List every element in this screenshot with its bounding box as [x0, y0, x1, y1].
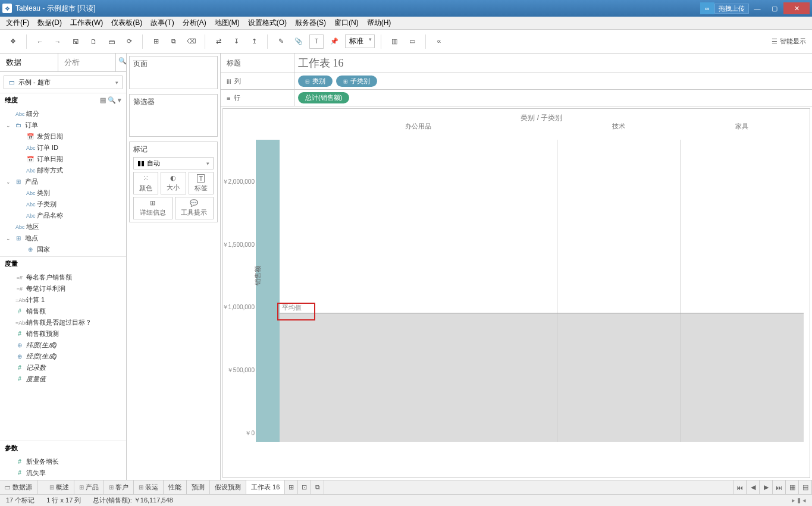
menu-file[interactable]: 文件(F) — [6, 18, 29, 28]
meas-4[interactable]: =Abc销售额是否超过目标？ — [0, 317, 126, 328]
search-icon[interactable]: 🔍 — [115, 54, 126, 71]
mark-type-dropdown[interactable]: ▮▮自动 — [133, 157, 214, 169]
share-icon[interactable]: ∝ — [432, 34, 446, 49]
menu-story[interactable]: 故事(T) — [151, 18, 174, 28]
tooltip-shelf[interactable]: 💬工具提示 — [175, 197, 214, 219]
menu-window[interactable]: 窗口(N) — [334, 18, 359, 28]
highlight-icon[interactable]: ✎ — [274, 34, 288, 49]
rows-shelf[interactable]: 总计(销售额) — [294, 90, 812, 106]
last-tab-icon[interactable]: ⏭ — [773, 480, 786, 494]
menu-dashboard[interactable]: 仪表板(B) — [111, 18, 142, 28]
param-1[interactable]: #流失率 — [0, 467, 126, 479]
pill-subcategory[interactable]: ⊞子类别 — [336, 76, 377, 87]
dim-product-folder[interactable]: ⌄⊞产品 — [0, 176, 126, 187]
new-datasource-icon[interactable]: 🗋 — [86, 34, 101, 49]
pages-card[interactable]: 页面 — [129, 56, 218, 89]
close-button[interactable]: ✕ — [783, 2, 810, 14]
meas-2[interactable]: =Abc计算 1 — [0, 294, 126, 306]
param-0[interactable]: #新业务增长 — [0, 456, 126, 467]
fit-dropdown[interactable]: 标准 — [345, 34, 375, 48]
tab-analytics[interactable]: 分析 — [58, 54, 116, 71]
text-icon[interactable]: T — [309, 34, 324, 49]
show-me-button[interactable]: ☰ 智能显示 — [772, 37, 806, 46]
tab-shipping[interactable]: ⊞装运 — [134, 480, 164, 494]
size-shelf[interactable]: ◐大小 — [161, 172, 186, 194]
save-icon[interactable]: 🖫 — [68, 34, 83, 49]
tab-performance[interactable]: 性能 — [164, 480, 187, 494]
chart-viz[interactable]: 类别 / 子类别 办公用品技术家具 销售额 ￥0￥500,000￥1,000,0… — [222, 108, 810, 478]
pill-category[interactable]: ⊟类别 — [298, 76, 333, 87]
minimize-button[interactable]: — — [749, 2, 766, 14]
back-icon[interactable]: ← — [33, 34, 47, 49]
dim-zileibie[interactable]: Abc子类别 — [0, 199, 126, 210]
dim-diqu[interactable]: Abc地区 — [0, 221, 126, 232]
meas-9[interactable]: #度量值 — [0, 373, 126, 385]
meas-8[interactable]: #记录数 — [0, 362, 126, 373]
tab-data[interactable]: 数据 — [0, 54, 58, 71]
data-icon[interactable]: 🗃 — [104, 34, 118, 49]
meas-0[interactable]: =#每名客户销售额 — [0, 272, 126, 283]
new-sheet-icon[interactable]: ⊞ — [285, 480, 298, 494]
show-filmstrip-icon[interactable]: ▦ — [786, 480, 799, 494]
show-sheets-icon[interactable]: ▤ — [799, 480, 812, 494]
dim-orderdate[interactable]: 📅订单日期 — [0, 153, 126, 165]
dim-guojia[interactable]: ⊕国家 — [0, 244, 126, 255]
meas-3[interactable]: #销售额 — [0, 306, 126, 317]
dim-orderid[interactable]: Abc订单 ID — [0, 142, 126, 153]
next-tab-icon[interactable]: ▶ — [760, 480, 773, 494]
tab-forecast[interactable]: 预测 — [187, 480, 210, 494]
menu-map[interactable]: 地图(M) — [215, 18, 240, 28]
meas-7[interactable]: ⊕经度(生成) — [0, 351, 126, 362]
sort-asc-icon[interactable]: ↧ — [229, 34, 243, 49]
clear-icon[interactable]: ⌫ — [184, 34, 199, 49]
tableau-logo-icon[interactable]: ❖ — [6, 34, 20, 49]
label-shelf[interactable]: T标签 — [189, 172, 214, 194]
forward-icon[interactable]: → — [51, 34, 65, 49]
tab-whatif[interactable]: 假设预测 — [210, 480, 246, 494]
filters-card[interactable]: 筛选器 — [129, 94, 218, 137]
first-tab-icon[interactable]: ⏮ — [733, 480, 747, 494]
dim-chanpin[interactable]: Abc产品名称 — [0, 210, 126, 221]
dim-xifen[interactable]: Abc细分 — [0, 108, 126, 120]
group-icon[interactable]: 📎 — [291, 34, 306, 49]
prev-tab-icon[interactable]: ◀ — [747, 480, 760, 494]
menu-help[interactable]: 帮助(H) — [367, 18, 391, 28]
dim-leibie[interactable]: Abc类别 — [0, 187, 126, 199]
dim-didian-folder[interactable]: ⌄⊞地点 — [0, 232, 126, 244]
tab-datasource[interactable]: 🗃数据源 — [0, 480, 37, 494]
columns-shelf[interactable]: ⊟类别 ⊞子类别 — [294, 73, 812, 89]
menu-data[interactable]: 数据(D) — [37, 18, 62, 28]
menu-server[interactable]: 服务器(S) — [295, 18, 326, 28]
maximize-button[interactable]: ▢ — [766, 2, 783, 14]
meas-1[interactable]: =#每笔订单利润 — [0, 283, 126, 294]
cloud-icon[interactable]: ∞ — [700, 2, 714, 14]
meas-5[interactable]: #销售额预测 — [0, 328, 126, 340]
detail-shelf[interactable]: ⊞详细信息 — [133, 197, 173, 219]
menu-analysis[interactable]: 分析(A) — [183, 18, 206, 28]
dim-fahuo[interactable]: 📅发货日期 — [0, 131, 126, 142]
worksheet-title[interactable]: 工作表 16 — [298, 56, 344, 70]
dim-order-folder[interactable]: ⌄🗀订单 — [0, 120, 126, 131]
new-worksheet-icon[interactable]: ⊞ — [149, 34, 163, 49]
presentation-icon[interactable]: ▭ — [405, 34, 419, 49]
tab-overview[interactable]: ⊞概述 — [45, 480, 74, 494]
duplicate-icon[interactable]: ⧉ — [167, 34, 181, 49]
y-axis[interactable] — [256, 140, 280, 442]
new-dashboard-icon[interactable]: ⊡ — [298, 480, 311, 494]
new-story-icon[interactable]: ⧉ — [311, 480, 324, 494]
swap-icon[interactable]: ⇄ — [211, 34, 225, 49]
tab-customer[interactable]: ⊞客户 — [104, 480, 134, 494]
menu-worksheet[interactable]: 工作表(W) — [70, 18, 103, 28]
show-cards-icon[interactable]: ▥ — [387, 34, 402, 49]
view-list-icon[interactable]: ▤ 🔍 ▾ — [100, 96, 121, 104]
drag-upload-button[interactable]: 拖拽上传 — [714, 4, 749, 14]
color-shelf[interactable]: ⁙颜色 — [133, 172, 158, 194]
tab-worksheet16[interactable]: 工作表 16 — [246, 480, 285, 494]
meas-6[interactable]: ⊕纬度(生成) — [0, 340, 126, 351]
tab-product[interactable]: ⊞产品 — [74, 480, 104, 494]
sort-desc-icon[interactable]: ↥ — [247, 34, 261, 49]
refresh-icon[interactable]: ⟳ — [122, 34, 136, 49]
dim-youji[interactable]: Abc邮寄方式 — [0, 165, 126, 176]
datasource-dropdown[interactable]: 🗃 示例 - 超市 — [4, 76, 123, 89]
pin-icon[interactable]: 📌 — [327, 34, 341, 49]
